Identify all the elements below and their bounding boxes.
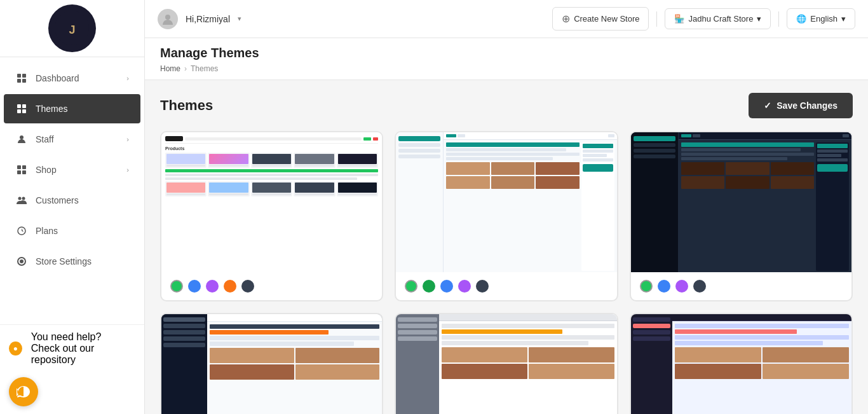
theme-preview-6 [631, 314, 851, 414]
theme-card-3[interactable] [630, 131, 853, 301]
store-name: Jadhu Craft Store [688, 14, 753, 24]
sidebar-navigation: Dashboard › Themes Staff › Shop › [0, 57, 144, 324]
svg-rect-8 [17, 109, 21, 113]
theme-card-4[interactable] [160, 313, 383, 414]
page-title: Manage Themes [160, 46, 853, 60]
topbar: Hi,Rizmiyal ▾ ⊕ Create New Store 🏪 Jadhu… [145, 0, 868, 38]
color-dot-purple3[interactable] [675, 280, 688, 293]
store-selector[interactable]: 🏪 Jadhu Craft Store ▾ [665, 8, 771, 29]
color-dot-orange[interactable] [224, 280, 236, 293]
color-dot-green[interactable] [170, 280, 183, 293]
sidebar-item-store-settings[interactable]: Store Settings [4, 247, 140, 276]
themes-label: Themes [36, 104, 68, 114]
svg-rect-13 [17, 170, 21, 174]
color-dot-dark[interactable] [241, 280, 254, 293]
theme-preview-2 [396, 132, 616, 272]
theme-grid: Products [160, 131, 853, 414]
store-settings-label: Store Settings [36, 256, 92, 266]
page-header: Manage Themes Home › Themes [145, 38, 868, 80]
svg-rect-11 [17, 165, 21, 169]
sidebar-help-section: ● You need help? Check out our repositor… [0, 324, 144, 372]
color-dot-blue3[interactable] [658, 280, 670, 293]
language-chevron: ▾ [841, 14, 846, 24]
sidebar-logo: J [0, 0, 144, 57]
save-changes-button[interactable]: ✓ Save Changes [749, 93, 853, 118]
svg-rect-6 [17, 104, 21, 108]
svg-rect-14 [22, 170, 26, 174]
user-chevron[interactable]: ▾ [238, 15, 241, 23]
svg-text:J: J [69, 24, 75, 36]
save-changes-label: Save Changes [776, 100, 837, 111]
color-dot-blue2[interactable] [440, 280, 453, 293]
help-icon: ● [9, 342, 22, 355]
theme-preview-4 [161, 314, 382, 414]
breadcrumb-separator: › [184, 64, 187, 73]
create-store-button[interactable]: ⊕ Create New Store [552, 7, 649, 31]
dashboard-chevron: › [126, 74, 129, 82]
help-title: You need help? [31, 331, 135, 343]
svg-rect-3 [22, 74, 26, 78]
theme-2-colors [396, 272, 616, 300]
svg-rect-7 [22, 104, 26, 108]
staff-icon [15, 133, 28, 146]
theme-card-5[interactable] [395, 313, 618, 414]
help-link[interactable]: Check out our repository [31, 343, 135, 366]
themes-icon [15, 102, 28, 115]
sidebar-item-themes[interactable]: Themes [4, 94, 140, 123]
theme-preview-5 [396, 314, 616, 414]
theme-preview-3 [631, 132, 851, 272]
sidebar-item-dashboard[interactable]: Dashboard › [4, 64, 140, 93]
svg-rect-9 [22, 109, 26, 113]
plans-icon [15, 224, 28, 237]
dashboard-icon [15, 72, 28, 85]
theme-card-2[interactable] [395, 131, 618, 301]
plans-label: Plans [36, 226, 58, 236]
color-dot-dark2[interactable] [476, 280, 489, 293]
shop-label: Shop [36, 165, 57, 175]
main-content: Hi,Rizmiyal ▾ ⊕ Create New Store 🏪 Jadhu… [145, 0, 868, 414]
color-dot-purple2[interactable] [458, 280, 471, 293]
store-settings-icon [15, 255, 28, 268]
staff-chevron: › [126, 135, 129, 143]
themes-section: Themes ✓ Save Changes [145, 80, 868, 414]
sidebar: J Dashboard › Themes Staff › [0, 0, 145, 414]
brand-logo: J [48, 4, 96, 52]
svg-point-18 [165, 15, 170, 20]
themes-header: Themes ✓ Save Changes [160, 93, 853, 118]
color-dot-teal3[interactable] [640, 280, 653, 293]
color-dot-dark3[interactable] [693, 280, 706, 293]
user-name: Hi,Rizmiyal [186, 14, 230, 24]
staff-label: Staff [36, 134, 54, 144]
color-dot-green2[interactable] [423, 280, 435, 293]
theme-3-colors [631, 272, 851, 300]
sidebar-item-plans[interactable]: Plans [4, 216, 140, 245]
sidebar-item-customers[interactable]: Customers [4, 186, 140, 215]
svg-rect-2 [17, 74, 21, 78]
language-selector[interactable]: 🌐 English ▾ [787, 8, 855, 29]
breadcrumb-home[interactable]: Home [160, 64, 180, 73]
svg-rect-5 [22, 79, 26, 83]
color-dot-purple[interactable] [206, 280, 219, 293]
theme-card-1[interactable]: Products [160, 131, 383, 301]
language-label: English [810, 14, 837, 24]
customers-icon [15, 194, 28, 207]
breadcrumb: Home › Themes [160, 64, 853, 79]
store-building-icon: 🏪 [674, 14, 684, 24]
breadcrumb-current: Themes [191, 64, 218, 73]
plus-icon: ⊕ [562, 13, 570, 25]
chat-button[interactable] [9, 377, 38, 406]
checkmark-icon: ✓ [764, 100, 771, 111]
sidebar-item-shop[interactable]: Shop › [4, 155, 140, 184]
themes-section-title: Themes [160, 97, 749, 114]
store-chevron: ▾ [757, 14, 761, 24]
theme-card-6[interactable] [630, 313, 853, 414]
create-store-label: Create New Store [574, 14, 639, 24]
svg-point-16 [22, 197, 25, 200]
color-dot-blue[interactable] [188, 280, 201, 293]
color-dot-teal[interactable] [405, 280, 417, 293]
user-avatar [158, 9, 178, 29]
themes-content: Themes ✓ Save Changes [145, 80, 868, 414]
svg-point-15 [18, 197, 22, 200]
sidebar-item-staff[interactable]: Staff › [4, 125, 140, 154]
svg-rect-4 [17, 79, 21, 83]
